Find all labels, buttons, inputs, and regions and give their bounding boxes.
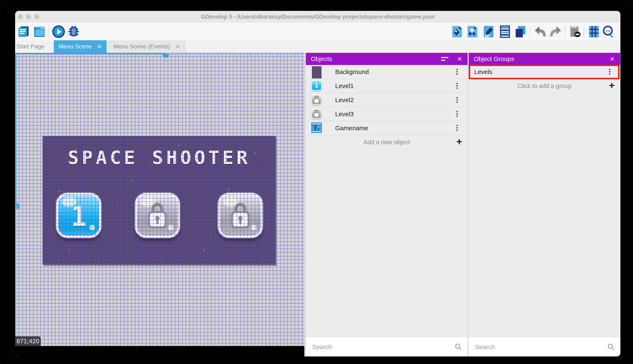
- undo-icon[interactable]: [533, 25, 546, 38]
- selection-top-resize-handle[interactable]: [163, 54, 169, 58]
- object-groups-panel-title: Object Groups: [474, 55, 514, 62]
- game-title-text-object[interactable]: SPACE SHOOTER: [43, 147, 275, 168]
- open-scene-icon[interactable]: [33, 25, 46, 38]
- object-groups-editor-icon[interactable]: [466, 25, 479, 38]
- render-mask-icon[interactable]: [568, 25, 581, 38]
- project-manager-icon[interactable]: [17, 25, 30, 38]
- kebab-menu-icon[interactable]: [453, 124, 461, 132]
- instances-list-icon[interactable]: [498, 25, 511, 38]
- gdevelop-window: GDevelop 5 - /Users/dkarakay/Documents/G…: [15, 11, 620, 356]
- window-title: GDevelop 5 - /Users/dkarakay/Documents/G…: [15, 11, 620, 23]
- level3-locked-button-object[interactable]: [218, 193, 263, 238]
- kebab-menu-icon[interactable]: [453, 110, 461, 118]
- scene-editor-canvas[interactable]: SPACE SHOOTER + + + + + + + + + + + 1: [15, 53, 304, 356]
- lock-icon: [147, 202, 168, 229]
- color-swatch-icon: [311, 66, 322, 77]
- group-row-levels[interactable]: Levels: [469, 65, 620, 79]
- object-row-gamename[interactable]: Tx Gamename: [306, 121, 468, 135]
- lock-icon: [229, 202, 251, 229]
- level1-button-object[interactable]: 1: [56, 193, 101, 238]
- objects-panel: Objects ✕ Background 1 Level1: [306, 53, 468, 356]
- tab-label: Menu Scene (Events): [113, 43, 170, 50]
- toolbar-separator: [584, 26, 584, 37]
- kebab-menu-icon[interactable]: [453, 96, 461, 104]
- selection-top-edge: [15, 53, 166, 54]
- titlebar: GDevelop 5 - /Users/dkarakay/Documents/G…: [15, 11, 620, 23]
- svg-text:1:1: 1:1: [605, 29, 610, 33]
- properties-icon[interactable]: [482, 25, 495, 38]
- kebab-menu-icon[interactable]: [605, 68, 614, 76]
- toolbar-separator: [530, 26, 530, 37]
- tab-menu-scene[interactable]: Menu Scene ✕: [54, 40, 107, 53]
- plus-icon[interactable]: +: [609, 79, 615, 93]
- objects-panel-header: Objects ✕: [306, 53, 468, 65]
- tab-label: Start Page: [17, 43, 44, 50]
- object-groups-panel-header: Object Groups ✕: [469, 53, 620, 65]
- close-tab-icon[interactable]: ✕: [97, 44, 102, 49]
- redo-icon[interactable]: [549, 25, 562, 38]
- zoom-original-icon[interactable]: 1:1: [602, 25, 615, 38]
- cursor-coordinates-badge: 871;420: [15, 336, 41, 346]
- text-object-icon: Tx: [311, 122, 322, 133]
- objects-search-input[interactable]: [312, 337, 426, 356]
- layers-icon[interactable]: [514, 25, 527, 38]
- tab-label: Menu Scene: [59, 43, 92, 50]
- filter-icon[interactable]: [441, 55, 449, 63]
- close-icon[interactable]: ✕: [457, 56, 462, 62]
- search-icon[interactable]: [455, 343, 462, 350]
- object-row-level2[interactable]: Level2: [306, 93, 468, 107]
- selection-left-edge: [15, 53, 17, 206]
- groups-search-bar: [469, 337, 620, 356]
- objects-search-bar: [306, 337, 468, 356]
- level1-button-icon: 1: [311, 80, 322, 91]
- objects-editor-icon[interactable]: [450, 25, 463, 38]
- selection-left-resize-handle[interactable]: [17, 204, 20, 210]
- level1-number: 1: [58, 201, 99, 232]
- close-tab-icon[interactable]: ✕: [175, 44, 180, 49]
- scene-grid[interactable]: SPACE SHOOTER + + + + + + + + + + + 1: [15, 53, 304, 346]
- object-groups-panel: Object Groups ✕ Levels Click to add a gr…: [469, 53, 620, 356]
- tab-start-page[interactable]: Start Page: [16, 40, 45, 53]
- object-row-background[interactable]: Background: [306, 65, 468, 79]
- kebab-menu-icon[interactable]: [453, 82, 461, 90]
- search-icon[interactable]: [607, 343, 615, 350]
- tab-menu-scene-events[interactable]: Menu Scene (Events) ✕: [108, 40, 186, 53]
- grid-icon[interactable]: [587, 25, 600, 38]
- main-toolbar: 1:1: [15, 23, 620, 40]
- kebab-menu-icon[interactable]: [453, 68, 461, 76]
- level2-locked-button-object[interactable]: [135, 193, 180, 238]
- toolbar-separator: [565, 26, 565, 37]
- selection-top-edge-faded: [166, 53, 304, 54]
- debug-icon[interactable]: [67, 25, 80, 38]
- plus-icon[interactable]: +: [456, 135, 462, 149]
- groups-search-input[interactable]: [475, 337, 581, 356]
- object-row-level3[interactable]: Level3: [306, 107, 468, 121]
- scene-background-object[interactable]: SPACE SHOOTER + + + + + + + + + + + 1: [43, 136, 275, 264]
- object-row-level1[interactable]: 1 Level1: [306, 79, 468, 93]
- toolbar-separator: [48, 26, 49, 37]
- tab-bar: Start Page Menu Scene ✕ Menu Scene (Even…: [15, 40, 620, 53]
- add-group-row[interactable]: Click to add a group +: [469, 79, 620, 93]
- objects-list: Background 1 Level1 Level2: [306, 65, 468, 149]
- play-button[interactable]: [52, 25, 65, 38]
- locked-button-icon: [311, 94, 322, 105]
- screenshot-root: GDevelop 5 - /Users/dkarakay/Documents/G…: [0, 0, 633, 364]
- objects-panel-title: Objects: [311, 55, 332, 62]
- locked-button-icon: [311, 108, 322, 119]
- add-object-row[interactable]: Add a new object +: [306, 135, 468, 149]
- close-icon[interactable]: ✕: [610, 56, 615, 62]
- selection-left-edge-faded: [15, 206, 17, 346]
- groups-list: Levels Click to add a group +: [469, 65, 620, 93]
- content-area: SPACE SHOOTER + + + + + + + + + + + 1: [15, 53, 620, 356]
